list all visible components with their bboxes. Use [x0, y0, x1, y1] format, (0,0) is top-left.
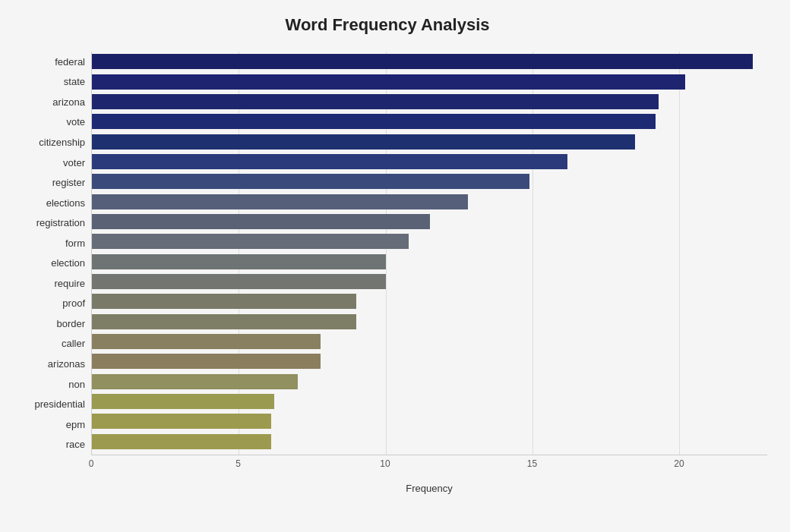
bar-state: [92, 74, 685, 90]
bar-row-voter: [92, 154, 767, 169]
bar-row-caller: [92, 334, 767, 349]
y-label-vote: vote: [8, 117, 85, 127]
y-label-presidential: presidential: [8, 399, 85, 409]
bar-row-register: [92, 174, 767, 189]
y-label-elections: elections: [8, 198, 85, 208]
bar-row-require: [92, 274, 767, 289]
bar-non: [92, 374, 298, 389]
chart-title: Word Frequency Analysis: [8, 15, 767, 38]
y-label-proof: proof: [8, 298, 85, 308]
bar-row-elections: [92, 194, 767, 209]
y-label-race: race: [8, 439, 85, 449]
bar-federal: [92, 54, 753, 69]
x-axis: 05101520: [91, 455, 767, 477]
y-label-state: state: [8, 77, 85, 87]
bar-border: [92, 314, 356, 329]
bar-row-federal: [92, 54, 767, 69]
bar-epm: [92, 414, 271, 429]
bar-row-presidential: [92, 394, 767, 409]
bar-elections: [92, 194, 468, 209]
y-label-citizenship: citizenship: [8, 137, 85, 147]
y-label-require: require: [8, 279, 85, 288]
bar-row-proof: [92, 294, 767, 309]
bar-race: [92, 434, 271, 449]
bar-require: [92, 274, 386, 289]
bar-row-citizenship: [92, 134, 767, 150]
y-axis: federalstatearizonavotecitizenshipvoterr…: [8, 52, 91, 477]
bars-and-xaxis: 05101520 Frequency: [91, 52, 767, 477]
y-label-border: border: [8, 319, 85, 329]
y-label-form: form: [8, 238, 85, 248]
y-label-epm: epm: [8, 420, 85, 430]
bar-citizenship: [92, 134, 635, 150]
x-tick-0: 0: [89, 458, 94, 469]
bar-voter: [92, 154, 567, 169]
bar-vote: [92, 114, 656, 129]
y-label-caller: caller: [8, 338, 85, 348]
x-tick-20: 20: [674, 458, 684, 469]
bar-row-registration: [92, 214, 767, 229]
bar-caller: [92, 334, 321, 349]
bar-row-arizonas: [92, 354, 767, 369]
bar-row-vote: [92, 114, 767, 129]
y-label-register: register: [8, 178, 85, 187]
y-label-election: election: [8, 258, 85, 268]
x-axis-wrapper: 05101520 Frequency: [91, 455, 767, 477]
y-label-federal: federal: [8, 57, 85, 67]
y-label-non: non: [8, 379, 85, 389]
bar-row-non: [92, 374, 767, 389]
y-label-arizonas: arizonas: [8, 359, 85, 369]
bar-registration: [92, 214, 430, 229]
bar-proof: [92, 294, 356, 309]
chart-area: federalstatearizonavotecitizenshipvoterr…: [8, 52, 767, 477]
bar-row-election: [92, 254, 767, 269]
x-tick-15: 15: [527, 458, 537, 469]
bar-arizonas: [92, 354, 321, 369]
x-axis-label: Frequency: [406, 483, 452, 494]
chart-container: Word Frequency Analysis federalstateariz…: [0, 0, 790, 532]
y-label-registration: registration: [8, 218, 85, 228]
bar-row-epm: [92, 414, 767, 429]
bar-arizona: [92, 94, 659, 109]
y-label-voter: voter: [8, 158, 85, 168]
bar-presidential: [92, 394, 274, 409]
bar-row-arizona: [92, 94, 767, 109]
bars-area: [91, 52, 767, 455]
bar-row-state: [92, 74, 767, 90]
bar-row-race: [92, 434, 767, 449]
bar-register: [92, 174, 529, 189]
bar-row-form: [92, 234, 767, 249]
x-tick-5: 5: [235, 458, 241, 469]
y-label-arizona: arizona: [8, 97, 85, 107]
bar-form: [92, 234, 409, 249]
x-tick-10: 10: [380, 458, 390, 469]
bar-row-border: [92, 314, 767, 329]
bar-election: [92, 254, 386, 269]
